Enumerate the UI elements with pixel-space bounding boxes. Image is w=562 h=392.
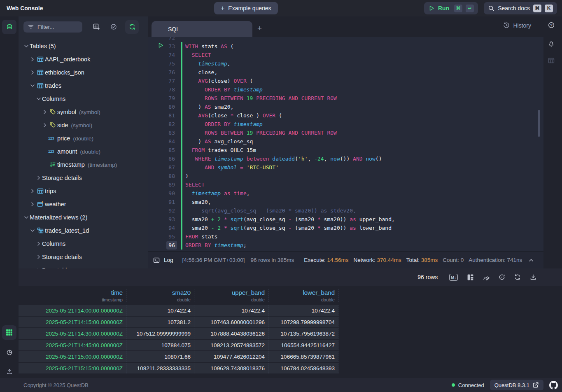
grid-cell[interactable]: 2025-05-21T14:45:00.000000Z (19, 340, 126, 350)
database-icon[interactable] (2, 20, 16, 34)
code-line-72[interactable]: 72 (148, 37, 543, 42)
editor-scrollbar[interactable] (538, 110, 540, 137)
code-line-96[interactable]: 96ORDER BY timestamp; (148, 241, 543, 250)
code-line-75[interactable]: 75 timestamp, (148, 59, 543, 68)
grid-cell[interactable]: 106665.85739877961 (268, 351, 338, 362)
grid-cell[interactable]: 2025-05-21T15:00:00.000000Z (19, 351, 126, 362)
grid-row[interactable]: 2025-05-21T14:00:00.000000Z107422.410742… (19, 305, 338, 317)
tab-sql[interactable]: SQL (152, 21, 252, 37)
code-line-85[interactable]: 85 FROM trades_OHLC_15m (148, 146, 543, 154)
tree-item-symbol[interactable]: symbol(symbol) (19, 105, 148, 119)
grid-row[interactable]: 2025-05-21T15:00:00.000000Z108071.661094… (19, 351, 338, 363)
tree-item-columns[interactable]: Columns (19, 237, 148, 250)
run-button[interactable]: Run ⌘ ↵ (424, 2, 478, 14)
tree-item-aapl-orderbook[interactable]: AAPL_orderbook (19, 53, 148, 66)
sql-editor[interactable]: 7273WITH stats AS (74 SELECT75 timestamp… (148, 37, 543, 251)
grid-column-header-time[interactable]: timetimestamp (19, 289, 126, 302)
tree-item-trips[interactable]: trips (19, 184, 148, 198)
code-line-78[interactable]: 78 ORDER BY timestamp (148, 85, 543, 94)
grid-cell[interactable]: 107888.40438036126 (194, 328, 268, 339)
code-line-92[interactable]: 92 -- sqrt(avg_close_sq - (sma20 * sma20… (148, 206, 543, 215)
tree-item-trades-latest-1d[interactable]: trades_latest_1d (19, 224, 148, 237)
layout-columns-icon[interactable] (467, 274, 474, 281)
grid-row[interactable]: 2025-05-21T14:15:00.000000Z107381.210746… (19, 317, 338, 328)
tree-item-timestamp[interactable]: timestamp(timestamp) (19, 158, 148, 171)
grid-cell[interactable]: 106554.94425116427 (268, 340, 338, 350)
grid-cell[interactable]: 2025-05-21T14:30:00.000000Z (19, 328, 126, 339)
code-line-74[interactable]: 74 SELECT (148, 51, 543, 59)
filter-input-box[interactable] (23, 21, 82, 33)
grid-cell[interactable]: 2025-05-21T14:00:00.000000Z (19, 305, 126, 316)
markdown-export-icon[interactable]: M↓ (449, 274, 458, 281)
grid-cell[interactable]: 108211.28333333335 (126, 363, 194, 373)
code-line-79[interactable]: 79 ROWS BETWEEN 19 PRECEDING AND CURRENT… (148, 94, 543, 103)
grid-cell[interactable]: 108071.66 (126, 351, 194, 362)
grid-cell[interactable]: 107463.60000001296 (194, 317, 268, 327)
download-icon[interactable] (530, 274, 536, 280)
check-circle-icon[interactable] (110, 23, 117, 30)
run-query-icon[interactable] (157, 42, 164, 49)
tree-item-price[interactable]: 123price(double) (19, 132, 148, 145)
grid-cell[interactable]: 107381.2 (126, 317, 194, 327)
panel-icon[interactable] (548, 57, 555, 64)
code-line-94[interactable]: 94 sma20 - 2 * sqrt(avg_close_sq - (sma2… (148, 224, 543, 232)
grid-cell[interactable]: 107135.79561963872 (268, 328, 338, 339)
tree-item-amount[interactable]: 123amount(double) (19, 145, 148, 158)
help-icon[interactable]: ? (548, 22, 555, 28)
grid-cell[interactable]: 107512.09999999999 (126, 328, 194, 339)
code-line-82[interactable]: 82 ORDER BY timestamp (148, 120, 543, 128)
grid-cell[interactable]: 107298.79999998704 (268, 317, 338, 327)
code-line-95[interactable]: 95FROM stats (148, 232, 543, 241)
github-icon[interactable] (549, 381, 558, 390)
filter-input[interactable] (37, 24, 75, 30)
grid-column-header-sma20[interactable]: sma20double (126, 289, 194, 302)
notifications-icon[interactable] (548, 40, 555, 47)
tree-item-storage-details[interactable]: Storage details (19, 171, 148, 184)
grid-cell[interactable]: 106784.02458648393 (268, 363, 338, 373)
grid-view-icon[interactable] (2, 325, 16, 340)
code-line-81[interactable]: 81 AVG(close * close ) OVER ( (148, 111, 543, 120)
tree-item-columns[interactable]: Columns (19, 92, 148, 105)
grid-row[interactable]: 2025-05-21T14:45:00.000000Z107884.075109… (19, 340, 338, 351)
add-metrics-icon[interactable] (93, 23, 100, 30)
code-line-76[interactable]: 76 close, (148, 68, 543, 77)
code-line-77[interactable]: 77 AVG(close) OVER ( (148, 77, 543, 85)
tree-item-side[interactable]: side(symbol) (19, 119, 148, 132)
code-line-89[interactable]: 89SELECT (148, 180, 543, 189)
code-line-83[interactable]: 83 ROWS BETWEEN 19 PRECEDING AND CURRENT… (148, 128, 543, 137)
grid-row[interactable]: 2025-05-21T15:15:00.000000Z108211.283333… (19, 363, 338, 374)
code-line-80[interactable]: 80 ) AS sma20, (148, 103, 543, 111)
grid-cell[interactable]: 2025-05-21T14:15:00.000000Z (19, 317, 126, 327)
code-line-91[interactable]: 91 sma20, (148, 198, 543, 206)
grid-cell[interactable]: 107422.4 (194, 305, 268, 316)
code-line-73[interactable]: 73WITH stats AS ( (148, 42, 543, 51)
code-line-87[interactable]: 87 AND symbol = 'BTC-USDT' (148, 163, 543, 172)
refresh-icon[interactable] (125, 20, 139, 34)
refresh-icon[interactable] (514, 274, 521, 280)
tree-item-tables-5-[interactable]: Tables (5) (19, 40, 148, 53)
import-icon[interactable] (2, 364, 16, 378)
refresh-data-icon[interactable] (499, 274, 505, 280)
grid-row[interactable]: 2025-05-21T14:30:00.000000Z107512.099999… (19, 328, 338, 340)
tree-item-weather[interactable]: weather (19, 198, 148, 211)
tree-item-storage-details[interactable]: Storage details (19, 250, 148, 264)
code-line-90[interactable]: 90 timestamp as time, (148, 189, 543, 198)
chart-draw-icon[interactable] (483, 274, 490, 280)
search-docs-button[interactable]: Search docs ⌘ K (484, 2, 557, 14)
code-line-84[interactable]: 84 ) AS avg_close_sq (148, 137, 543, 146)
grid-cell[interactable]: 109628.74308018376 (194, 363, 268, 373)
grid-cell[interactable]: 107884.075 (126, 340, 194, 350)
tree-item-ethblocks-json[interactable]: ethblocks_json (19, 66, 148, 79)
code-line-93[interactable]: 93 sma20 + 2 * sqrt(avg_close_sq - (sma2… (148, 215, 543, 224)
grid-cell[interactable]: 107422.4 (126, 305, 194, 316)
grid-column-header-upper_band[interactable]: upper_banddouble (194, 289, 268, 302)
grid-column-header-lower_band[interactable]: lower_banddouble (268, 289, 338, 302)
pie-chart-icon[interactable] (2, 345, 16, 359)
tree-item-base-tables[interactable]: Base tables (19, 264, 148, 268)
code-line-88[interactable]: 88) (148, 172, 543, 180)
example-queries-button[interactable]: + Example queries (214, 2, 278, 14)
chevron-up-icon[interactable] (528, 257, 534, 264)
version-button[interactable]: QuestDB 8.3.1 (490, 380, 543, 390)
add-tab-button[interactable]: + (257, 24, 262, 33)
tree-item-materialized-views-2-[interactable]: Materialized views (2) (19, 211, 148, 224)
